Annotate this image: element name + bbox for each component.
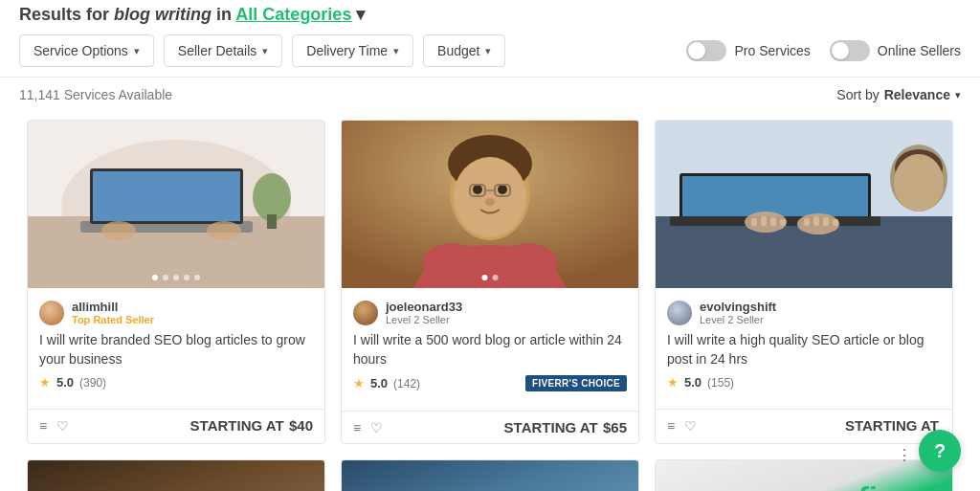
svg-rect-9	[267, 214, 277, 229]
service-options-label: Service Options	[33, 43, 128, 58]
footer-actions-3: ≡ ♡	[667, 418, 697, 434]
more-options-button[interactable]: ⋮	[897, 446, 913, 464]
delivery-time-label: Delivery Time	[306, 43, 388, 58]
bottom-row: fiverr	[0, 452, 980, 491]
avatar-1	[39, 301, 64, 325]
star-icon: ★	[353, 376, 365, 391]
card-footer-2: ≡ ♡ STARTING AT $65	[342, 411, 638, 443]
card-image-1	[28, 121, 324, 288]
svg-rect-30	[751, 218, 757, 226]
online-sellers-label: Online Sellers	[878, 43, 961, 58]
online-sellers-toggle-group: Online Sellers	[830, 40, 961, 61]
rating-row-3: ★ 5.0 (155)	[667, 375, 941, 390]
search-query: blog writing	[114, 5, 212, 24]
image-dots-1	[152, 275, 200, 280]
seller-details-label: Seller Details	[178, 43, 256, 58]
starting-label-3: STARTING AT	[845, 417, 939, 434]
rating-row-2: ★ 5.0 (142) FIVERR'S CHOICE	[353, 375, 627, 391]
card-body-2: joeleonard33 Level 2 Seller I will write…	[342, 288, 638, 411]
seller-username-2: joeleonard33	[386, 300, 462, 314]
starting-at-2: STARTING AT $65	[502, 419, 627, 435]
seller-username-1: allimhill	[72, 300, 154, 314]
sort-by[interactable]: Sort by Relevance ▾	[836, 87, 961, 102]
budget-button[interactable]: Budget ▾	[423, 34, 505, 67]
svg-point-7	[207, 221, 241, 240]
compare-button-3[interactable]: ≡	[667, 418, 675, 434]
svg-point-14	[454, 157, 526, 237]
results-count: 11,141 Services Available	[19, 87, 172, 102]
favorite-button-2[interactable]: ♡	[370, 420, 383, 435]
svg-point-15	[473, 185, 482, 194]
service-card-3[interactable]: evolvingshift Level 2 Seller I will writ…	[655, 120, 953, 444]
review-count-3: (155)	[707, 376, 734, 390]
service-card-1[interactable]: allimhill Top Rated Seller I will write …	[27, 120, 325, 444]
footer-actions-2: ≡ ♡	[353, 420, 383, 435]
seller-name-row-3: evolvingshift Level 2 Seller	[700, 300, 776, 325]
star-icon: ★	[39, 375, 51, 390]
category-link[interactable]: All Categories	[235, 5, 351, 24]
card-body-1: allimhill Top Rated Seller I will write …	[28, 288, 324, 409]
star-icon: ★	[667, 375, 679, 390]
dot	[493, 275, 499, 280]
seller-info-1: allimhill Top Rated Seller	[39, 300, 313, 325]
rating-score-1: 5.0	[56, 375, 74, 390]
online-sellers-toggle[interactable]	[830, 40, 870, 61]
svg-rect-35	[813, 216, 819, 226]
filter-bar: Service Options ▾ Seller Details ▾ Deliv…	[0, 25, 980, 78]
card-grid: allimhill Top Rated Seller I will write …	[0, 112, 980, 452]
favorite-button-3[interactable]: ♡	[684, 418, 697, 434]
favorite-button-1[interactable]: ♡	[56, 418, 69, 434]
seller-badge-1: Top Rated Seller	[72, 314, 154, 325]
results-meta: 11,141 Services Available Sort by Releva…	[0, 78, 980, 112]
question-mark-icon: ?	[934, 440, 946, 462]
chevron-down-icon: ▾	[393, 45, 399, 57]
svg-point-16	[498, 185, 507, 194]
bottom-card-1[interactable]	[27, 459, 325, 491]
starting-at-3: STARTING AT	[843, 417, 941, 434]
card-image-3	[656, 121, 952, 288]
compare-button-2[interactable]: ≡	[353, 420, 361, 435]
dot	[194, 275, 200, 280]
review-count-1: (390)	[79, 376, 106, 390]
fiverr-logo: fiverr	[857, 480, 933, 492]
dot	[163, 275, 168, 280]
svg-point-8	[253, 173, 291, 221]
bottom-image-3: fiverr	[656, 460, 952, 491]
avatar-2	[353, 301, 378, 325]
svg-rect-34	[804, 218, 810, 226]
seller-details-button[interactable]: Seller Details ▾	[164, 34, 282, 67]
card-title-1: I will write branded SEO blog articles t…	[39, 331, 313, 369]
bottom-card-2[interactable]	[341, 459, 639, 491]
dot	[184, 275, 189, 280]
card-title-2: I will write a 500 word blog or article …	[353, 331, 627, 369]
seller-badge-2: Level 2 Seller	[386, 314, 462, 325]
card-image-2	[342, 121, 638, 288]
help-button[interactable]: ?	[919, 430, 961, 472]
pro-services-label: Pro Services	[734, 43, 810, 58]
pro-services-toggle[interactable]	[686, 40, 726, 61]
dot	[482, 275, 488, 280]
svg-rect-36	[823, 217, 829, 226]
sort-value: Relevance	[884, 87, 950, 102]
compare-button-1[interactable]: ≡	[39, 418, 47, 434]
filter-right: Pro Services Online Sellers	[686, 40, 961, 61]
svg-point-6	[101, 221, 136, 240]
delivery-time-button[interactable]: Delivery Time ▾	[292, 34, 413, 67]
svg-point-20	[485, 198, 495, 206]
card-footer-3: ≡ ♡ STARTING AT	[656, 409, 952, 441]
rating-row-1: ★ 5.0 (390)	[39, 375, 313, 390]
service-options-button[interactable]: Service Options ▾	[19, 34, 154, 67]
chevron-down-icon: ▾	[134, 45, 140, 57]
pro-services-toggle-group: Pro Services	[686, 40, 810, 61]
image-dots-2	[482, 275, 499, 280]
filter-left: Service Options ▾ Seller Details ▾ Deliv…	[19, 34, 505, 67]
card-body-3: evolvingshift Level 2 Seller I will writ…	[656, 288, 952, 409]
starting-at-1: STARTING AT $40	[189, 417, 313, 434]
seller-badge-3: Level 2 Seller	[700, 314, 776, 325]
service-card-2[interactable]: joeleonard33 Level 2 Seller I will write…	[341, 120, 639, 444]
bottom-image-1	[28, 460, 324, 491]
avatar-3	[667, 301, 692, 325]
seller-name-row-2: joeleonard33 Level 2 Seller	[386, 300, 462, 325]
chevron-down-icon: ▾	[485, 45, 491, 57]
svg-point-22	[500, 243, 557, 281]
